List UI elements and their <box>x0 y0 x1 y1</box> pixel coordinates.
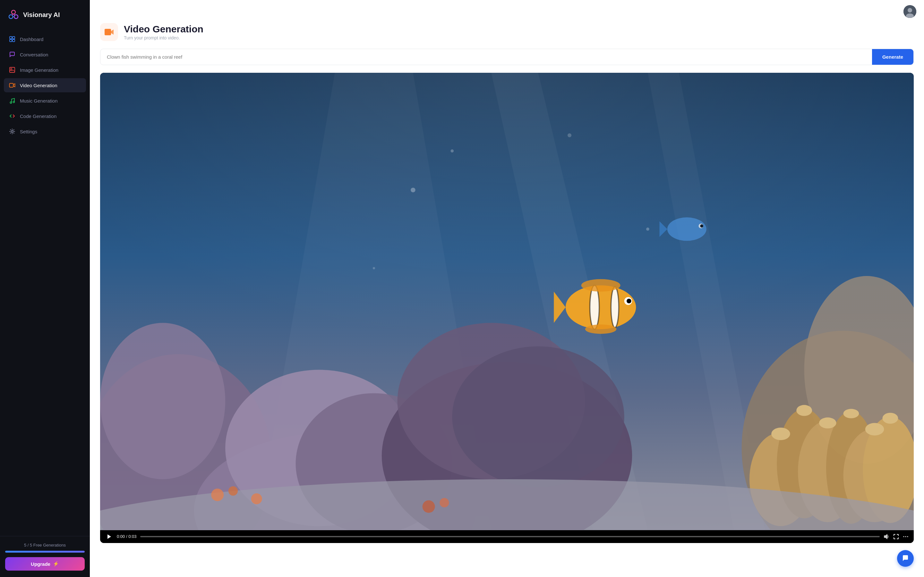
page-header: Video Generation Turn your prompt into v… <box>90 23 924 49</box>
main-content: Video Generation Turn your prompt into v… <box>90 0 924 577</box>
svg-point-36 <box>796 405 812 416</box>
upgrade-icon: ⚡ <box>53 561 59 567</box>
logo-area: Visionary AI <box>0 0 90 29</box>
upgrade-label: Upgrade <box>31 561 50 567</box>
svg-point-65 <box>423 500 435 513</box>
svg-point-35 <box>771 428 790 440</box>
svg-point-69 <box>567 133 572 137</box>
sidebar-item-label: Video Generation <box>20 83 57 88</box>
sidebar-item-label: Music Generation <box>20 98 58 103</box>
sidebar-item-dashboard[interactable]: Dashboard <box>4 32 86 46</box>
sidebar-item-label: Conversation <box>20 52 48 57</box>
sidebar: Visionary AI Dashboard Conversation <box>0 0 90 577</box>
sidebar-item-video-generation[interactable]: Video Generation <box>4 78 86 92</box>
top-bar <box>90 0 924 23</box>
page-icon <box>100 23 118 41</box>
sidebar-item-code-generation[interactable]: Code Generation <box>4 109 86 123</box>
svg-rect-19 <box>105 29 111 35</box>
svg-point-75 <box>905 536 906 537</box>
svg-point-39 <box>865 423 884 435</box>
svg-point-56 <box>585 324 617 334</box>
page-title-group: Video Generation Turn your prompt into v… <box>124 24 204 40</box>
free-gen-progress-track <box>5 551 85 553</box>
svg-rect-9 <box>13 39 15 42</box>
video-progress-track[interactable] <box>140 536 880 537</box>
settings-icon <box>9 128 15 135</box>
more-options-button[interactable] <box>903 534 909 540</box>
svg-point-40 <box>882 413 898 424</box>
svg-marker-72 <box>107 534 111 539</box>
svg-point-14 <box>13 101 15 103</box>
svg-point-57 <box>667 218 706 241</box>
svg-point-47 <box>565 285 636 329</box>
upgrade-button[interactable]: Upgrade ⚡ <box>5 557 85 571</box>
image-gen-icon <box>9 67 15 73</box>
svg-rect-10 <box>10 67 15 73</box>
app-name: Visionary AI <box>23 11 60 19</box>
svg-point-17 <box>908 8 912 13</box>
video-gen-icon <box>9 82 15 89</box>
sidebar-item-label: Settings <box>20 129 37 134</box>
generate-button[interactable]: Generate <box>872 49 913 65</box>
svg-point-0 <box>11 10 15 14</box>
sidebar-item-music-generation[interactable]: Music Generation <box>4 93 86 108</box>
video-controls: 0:00 / 0:03 <box>100 530 914 543</box>
svg-point-68 <box>451 149 454 153</box>
sidebar-item-label: Image Generation <box>20 67 58 73</box>
page-title: Video Generation <box>124 24 204 35</box>
svg-point-62 <box>211 488 224 501</box>
avatar-image <box>903 5 916 18</box>
time-display: 0:00 / 0:03 <box>117 534 136 539</box>
sidebar-item-settings[interactable]: Settings <box>4 124 86 139</box>
sidebar-item-image-generation[interactable]: Image Generation <box>4 63 86 77</box>
svg-point-54 <box>627 299 632 303</box>
sidebar-item-label: Code Generation <box>20 113 57 119</box>
svg-marker-73 <box>884 534 887 539</box>
svg-rect-7 <box>13 37 15 39</box>
svg-point-60 <box>700 224 703 227</box>
svg-point-70 <box>646 227 649 231</box>
video-container: 0:00 / 0:03 <box>100 73 914 543</box>
dashboard-icon <box>9 36 15 42</box>
svg-rect-12 <box>10 83 13 87</box>
chat-bubble-button[interactable] <box>897 550 914 567</box>
prompt-input[interactable] <box>100 49 872 65</box>
svg-point-46 <box>452 346 624 487</box>
svg-point-76 <box>907 536 908 537</box>
svg-point-55 <box>582 279 620 292</box>
sidebar-nav: Dashboard Conversation Image Generation <box>0 29 90 536</box>
svg-point-1 <box>9 15 13 19</box>
svg-point-38 <box>843 409 859 418</box>
svg-rect-6 <box>10 37 12 39</box>
svg-point-63 <box>228 486 238 496</box>
svg-point-66 <box>439 498 449 508</box>
free-gen-progress-fill <box>5 551 85 553</box>
svg-point-71 <box>373 267 375 269</box>
volume-button[interactable] <box>884 534 889 540</box>
svg-point-11 <box>11 68 12 69</box>
user-avatar[interactable] <box>903 5 916 18</box>
sidebar-item-label: Dashboard <box>20 37 43 42</box>
svg-point-15 <box>11 131 13 132</box>
page-subtitle: Turn your prompt into video. <box>124 35 204 40</box>
prompt-bar: Generate <box>100 49 914 65</box>
svg-point-2 <box>14 15 18 19</box>
svg-point-67 <box>411 187 415 192</box>
video-thumbnail <box>100 73 914 530</box>
code-gen-icon <box>9 113 15 119</box>
svg-point-74 <box>903 536 905 537</box>
svg-point-26 <box>100 323 225 479</box>
logo-icon <box>8 9 19 21</box>
sidebar-footer: 5 / 5 Free Generations Upgrade ⚡ <box>0 536 90 577</box>
fullscreen-button[interactable] <box>893 534 899 540</box>
play-button[interactable] <box>105 533 113 540</box>
svg-point-13 <box>10 102 12 103</box>
free-gen-label: 5 / 5 Free Generations <box>5 543 85 548</box>
conversation-icon <box>9 51 15 58</box>
svg-point-64 <box>251 493 262 504</box>
svg-rect-8 <box>10 39 12 42</box>
sidebar-item-conversation[interactable]: Conversation <box>4 47 86 61</box>
svg-point-37 <box>819 417 837 428</box>
music-gen-icon <box>9 97 15 104</box>
